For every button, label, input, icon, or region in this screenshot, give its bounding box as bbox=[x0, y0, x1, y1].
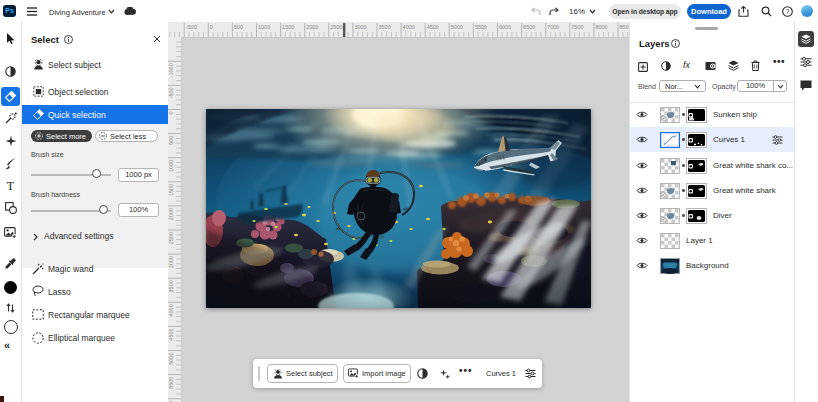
svg-text:500: 500 bbox=[168, 136, 174, 145]
svg-text:4500: 4500 bbox=[427, 24, 439, 30]
svg-text:7500: 7500 bbox=[571, 24, 583, 30]
svg-text:?: ? bbox=[786, 8, 790, 15]
svg-text:4000: 4000 bbox=[168, 304, 174, 316]
svg-text:5000: 5000 bbox=[451, 24, 463, 30]
svg-text:1500: 1500 bbox=[282, 24, 294, 30]
svg-text:2000: 2000 bbox=[168, 208, 174, 220]
svg-text:0: 0 bbox=[168, 112, 174, 115]
svg-text:2000: 2000 bbox=[306, 24, 318, 30]
svg-text:1000: 1000 bbox=[258, 24, 270, 30]
svg-text:4500: 4500 bbox=[168, 328, 174, 340]
svg-text:2500: 2500 bbox=[330, 24, 342, 30]
svg-text:8000: 8000 bbox=[595, 24, 607, 30]
svg-text:5500: 5500 bbox=[168, 377, 174, 389]
svg-text:3500: 3500 bbox=[379, 24, 391, 30]
svg-text:-500: -500 bbox=[168, 87, 174, 98]
svg-text:500: 500 bbox=[234, 24, 243, 30]
svg-text:6500: 6500 bbox=[523, 24, 535, 30]
svg-text:3000: 3000 bbox=[354, 24, 366, 30]
svg-text:8500: 8500 bbox=[620, 24, 630, 30]
svg-text:1000: 1000 bbox=[168, 160, 174, 172]
svg-text:2500: 2500 bbox=[168, 232, 174, 244]
svg-text:3000: 3000 bbox=[168, 256, 174, 268]
svg-text:5500: 5500 bbox=[475, 24, 487, 30]
svg-text:0: 0 bbox=[210, 24, 213, 30]
svg-text:1500: 1500 bbox=[168, 184, 174, 196]
svg-text:-500: -500 bbox=[186, 24, 197, 30]
svg-text:6000: 6000 bbox=[499, 24, 511, 30]
svg-text:5000: 5000 bbox=[168, 353, 174, 365]
svg-text:3500: 3500 bbox=[168, 280, 174, 292]
svg-text:4000: 4000 bbox=[403, 24, 415, 30]
svg-text:7000: 7000 bbox=[547, 24, 559, 30]
svg-text:-1000: -1000 bbox=[168, 63, 174, 77]
